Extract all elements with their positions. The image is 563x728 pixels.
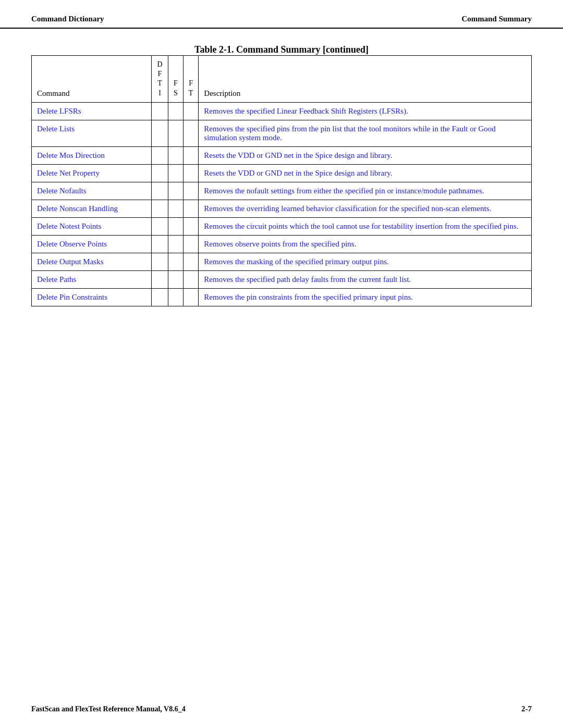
cell-dfti [152,200,168,217]
main-content: Table 2-1. Command Summary [continued] C… [0,29,563,338]
description-text: Removes the specified path delay faults … [204,275,411,283]
cell-ft [183,235,199,253]
command-link[interactable]: Delete Nofaults [37,187,87,195]
cell-dfti [152,120,168,146]
cell-ft [183,253,199,270]
cell-description: Removes the specified path delay faults … [199,270,532,288]
table-row: Delete Observe PointsRemoves observe poi… [32,235,532,253]
cell-fs [168,288,183,306]
cell-dfti [152,253,168,270]
header-right: Command Summary [461,15,532,23]
cell-command[interactable]: Delete Output Masks [32,253,152,270]
page-container: Command Dictionary Command Summary Table… [0,0,563,728]
cell-fs [168,270,183,288]
cell-description: Removes the circuit points which the too… [199,217,532,235]
cell-description: Removes the overriding learned behavior … [199,200,532,217]
table-row: Delete Nonscan HandlingRemoves the overr… [32,200,532,217]
cell-command[interactable]: Delete Pin Constraints [32,288,152,306]
cell-fs [168,200,183,217]
description-text: Removes the specified Linear Feedback Sh… [204,107,408,115]
cell-ft [183,200,199,217]
cell-fs [168,146,183,164]
description-text: Removes the specified pins from the pin … [204,125,496,142]
col-header-description: Description [199,56,532,103]
description-text: Removes the pin constraints from the spe… [204,293,413,301]
table-title: Table 2-1. Command Summary [continued] [31,44,532,55]
cell-ft [183,120,199,146]
command-link[interactable]: Delete Notest Points [37,222,101,230]
command-link[interactable]: Delete Output Masks [37,257,103,266]
cell-ft [183,288,199,306]
cell-ft [183,102,199,120]
cell-command[interactable]: Delete Paths [32,270,152,288]
col-header-fs: FS [168,56,183,103]
cell-command[interactable]: Delete Observe Points [32,235,152,253]
cell-fs [168,235,183,253]
cell-dfti [152,235,168,253]
table-row: Delete Pin ConstraintsRemoves the pin co… [32,288,532,306]
cell-description: Resets the VDD or GND net in the Spice d… [199,146,532,164]
description-text: Removes the overriding learned behavior … [204,204,491,213]
cell-fs [168,182,183,200]
table-header-row: Command DFTI FS FT Description [32,56,532,103]
table-row: Delete Notest PointsRemoves the circuit … [32,217,532,235]
header-left: Command Dictionary [31,15,104,23]
cell-command[interactable]: Delete Nofaults [32,182,152,200]
cell-fs [168,102,183,120]
table-row: Delete LFSRsRemoves the specified Linear… [32,102,532,120]
col-header-dfti: DFTI [152,56,168,103]
cell-fs [168,253,183,270]
cell-description: Removes the masking of the specified pri… [199,253,532,270]
command-link[interactable]: Delete Nonscan Handling [37,204,118,213]
cell-description: Resets the VDD or GND net in the Spice d… [199,164,532,182]
cell-dfti [152,102,168,120]
footer-left: FastScan and FlexTest Reference Manual, … [31,705,186,713]
table-row: Delete Output MasksRemoves the masking o… [32,253,532,270]
cell-ft [183,270,199,288]
col-header-ft: FT [183,56,199,103]
cell-dfti [152,270,168,288]
page-footer: FastScan and FlexTest Reference Manual, … [31,705,532,713]
description-text: Removes the masking of the specified pri… [204,257,389,266]
command-link[interactable]: Delete Lists [37,125,75,133]
table-row: Delete ListsRemoves the specified pins f… [32,120,532,146]
cell-ft [183,164,199,182]
description-text: Removes observe points from the specifie… [204,240,356,248]
cell-dfti [152,288,168,306]
cell-description: Removes the specified Linear Feedback Sh… [199,102,532,120]
col-header-command: Command [32,56,152,103]
description-text: Resets the VDD or GND net in the Spice d… [204,151,392,159]
cell-ft [183,182,199,200]
command-link[interactable]: Delete Paths [37,275,76,283]
table-row: Delete PathsRemoves the specified path d… [32,270,532,288]
cell-fs [168,217,183,235]
command-link[interactable]: Delete Observe Points [37,240,107,248]
command-table: Command DFTI FS FT Description [31,55,532,306]
cell-fs [168,164,183,182]
cell-dfti [152,217,168,235]
cell-dfti [152,164,168,182]
table-body: Delete LFSRsRemoves the specified Linear… [32,102,532,306]
description-text: Removes the nofault settings from either… [204,187,484,195]
cell-command[interactable]: Delete LFSRs [32,102,152,120]
cell-ft [183,217,199,235]
cell-command[interactable]: Delete Mos Direction [32,146,152,164]
command-link[interactable]: Delete Net Property [37,169,100,177]
command-link[interactable]: Delete LFSRs [37,107,81,115]
table-row: Delete Mos DirectionResets the VDD or GN… [32,146,532,164]
command-link[interactable]: Delete Mos Direction [37,151,105,159]
cell-description: Removes observe points from the specifie… [199,235,532,253]
cell-command[interactable]: Delete Lists [32,120,152,146]
cell-description: Removes the pin constraints from the spe… [199,288,532,306]
cell-dfti [152,182,168,200]
table-row: Delete NofaultsRemoves the nofault setti… [32,182,532,200]
cell-description: Removes the nofault settings from either… [199,182,532,200]
cell-fs [168,120,183,146]
cell-command[interactable]: Delete Nonscan Handling [32,200,152,217]
cell-command[interactable]: Delete Notest Points [32,217,152,235]
command-link[interactable]: Delete Pin Constraints [37,293,107,301]
cell-description: Removes the specified pins from the pin … [199,120,532,146]
page-header: Command Dictionary Command Summary [0,0,563,29]
footer-right: 2-7 [521,705,532,713]
cell-command[interactable]: Delete Net Property [32,164,152,182]
